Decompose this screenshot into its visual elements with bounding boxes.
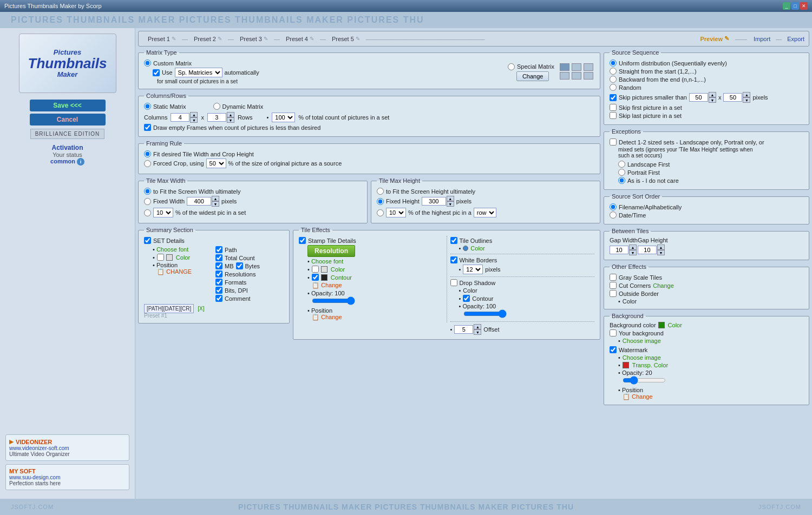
fit-radio[interactable] — [144, 150, 151, 157]
change-matrix-button[interactable]: Change — [516, 71, 549, 81]
skip-y-btns[interactable]: ▲ ▼ — [743, 92, 750, 103]
pct-width-radio[interactable] — [144, 209, 151, 216]
forced-select[interactable]: 50 — [206, 159, 226, 168]
pct-width-select[interactable]: 10 — [153, 208, 173, 217]
fit-screen-height-radio[interactable] — [377, 188, 384, 195]
fixed-width-spin-btns[interactable]: ▲ ▼ — [212, 196, 219, 207]
gap-width-input[interactable] — [610, 246, 628, 254]
preset-tab-1[interactable]: Preset 1 ✎ — [143, 34, 181, 44]
maximize-button[interactable]: □ — [791, 2, 799, 10]
fixed-width-radio[interactable] — [144, 198, 151, 205]
set-details-checkbox[interactable] — [144, 237, 151, 244]
cut-corners-checkbox[interactable] — [610, 282, 617, 289]
bg-color-link[interactable]: Color — [668, 322, 682, 328]
gap-width-down[interactable]: ▼ — [629, 250, 637, 255]
wb-pixels-select[interactable]: 12 — [463, 265, 483, 274]
transp-color-link[interactable]: Transp. Color — [632, 362, 668, 368]
skip-x-up[interactable]: ▲ — [709, 92, 716, 97]
offset-spinner[interactable]: ▲ ▼ — [454, 324, 481, 335]
random-radio[interactable] — [610, 84, 617, 91]
offset-down[interactable]: ▼ — [474, 329, 481, 335]
resolutions-checkbox[interactable] — [215, 270, 222, 278]
rows-down[interactable]: ▼ — [227, 117, 234, 123]
pos-change-link[interactable]: 📋 Change — [312, 314, 342, 320]
dynamic-matrix-radio[interactable] — [213, 103, 220, 110]
columns-spin-btns[interactable]: ▲ ▼ — [190, 112, 198, 123]
rows-spinner[interactable]: ▲ ▼ — [207, 112, 234, 123]
skip-first-checkbox[interactable] — [610, 104, 617, 111]
date-radio[interactable] — [610, 212, 617, 219]
skip-x-btns[interactable]: ▲ ▼ — [709, 92, 716, 103]
filename-radio[interactable] — [610, 203, 617, 210]
skip-x-down[interactable]: ▼ — [709, 97, 716, 103]
preset-tab-5[interactable]: Preset 5 ✎ — [327, 34, 365, 44]
gap-height-input[interactable] — [638, 246, 657, 254]
outlines-color-link[interactable]: Color — [470, 245, 484, 252]
color-checkbox2[interactable] — [312, 266, 319, 273]
preset-tab-4[interactable]: Preset 4 ✎ — [281, 34, 319, 44]
straight-radio[interactable] — [610, 68, 617, 75]
fixed-width-up[interactable]: ▲ — [212, 196, 219, 201]
offset-input[interactable] — [454, 325, 473, 334]
static-matrix-radio[interactable] — [144, 103, 151, 110]
color-link2[interactable]: Color — [331, 266, 345, 273]
rows-up[interactable]: ▲ — [227, 112, 234, 117]
custom-matrix-radio[interactable] — [144, 60, 151, 67]
uniform-radio[interactable] — [610, 60, 617, 67]
fixed-height-spin-btns[interactable]: ▲ ▼ — [447, 196, 454, 207]
path-checkbox[interactable] — [215, 246, 222, 253]
minimize-button[interactable]: _ — [783, 2, 790, 10]
import-link[interactable]: Import — [754, 36, 770, 42]
skip-y-input[interactable] — [723, 93, 742, 102]
use-sp-checkbox[interactable] — [153, 69, 160, 76]
bytes-checkbox[interactable] — [236, 262, 243, 269]
fixed-height-up[interactable]: ▲ — [447, 196, 454, 201]
columns-down[interactable]: ▼ — [190, 117, 198, 123]
gap-width-btns[interactable]: ▲ ▼ — [629, 245, 637, 255]
rows-input[interactable] — [207, 113, 226, 122]
contour-checkbox[interactable] — [312, 274, 319, 281]
watermark-checkbox[interactable] — [610, 346, 617, 353]
offset-spin-btns[interactable]: ▲ ▼ — [474, 324, 481, 335]
fixed-width-down[interactable]: ▼ — [212, 201, 219, 207]
row-select[interactable]: row — [474, 208, 496, 217]
fixed-height-spinner[interactable]: ▲ ▼ — [422, 196, 454, 207]
skip-last-checkbox[interactable] — [610, 112, 617, 119]
white-borders-checkbox[interactable] — [450, 256, 457, 263]
choose-font-link[interactable]: Choose font — [156, 246, 188, 253]
fixed-height-radio[interactable] — [377, 198, 384, 205]
save-button[interactable]: Save <<< — [30, 100, 106, 111]
fixed-width-input[interactable] — [187, 197, 211, 206]
contour-link[interactable]: Contour — [331, 274, 352, 281]
ds-opacity-slider-input[interactable] — [463, 309, 507, 318]
skip-y-down[interactable]: ▼ — [743, 97, 750, 103]
fixed-width-spinner[interactable]: ▲ ▼ — [187, 196, 219, 207]
bg-change-link[interactable]: 📋 Change — [623, 393, 653, 400]
preview-tab[interactable]: Preview ✎ — [695, 34, 734, 44]
change-link[interactable]: 📋 CHANGE — [157, 268, 192, 275]
choose-image-link2[interactable]: Choose image — [623, 354, 661, 361]
gap-width-up[interactable]: ▲ — [629, 245, 637, 250]
cut-corners-change[interactable]: Change — [653, 282, 674, 289]
close-button[interactable]: ✕ — [800, 2, 808, 10]
resolution-button[interactable]: Resolution — [307, 245, 355, 257]
total-count-checkbox[interactable] — [215, 254, 222, 261]
mb-checkbox[interactable] — [215, 262, 222, 269]
choose-font-link2[interactable]: Choose font — [311, 258, 343, 265]
pct-select[interactable]: 100 — [272, 113, 295, 122]
outside-border-checkbox[interactable] — [610, 290, 617, 297]
backward-radio[interactable] — [610, 76, 617, 83]
skip-y-up[interactable]: ▲ — [743, 92, 750, 97]
preset-tab-2[interactable]: Preset 2 ✎ — [189, 34, 227, 44]
gray-scale-checkbox[interactable] — [610, 274, 617, 281]
special-matrix-radio[interactable] — [508, 63, 515, 70]
ds-contour-checkbox[interactable] — [463, 295, 470, 302]
sp-matrices-select[interactable]: Sp. Matricies — [175, 68, 222, 77]
skip-y-spinner[interactable]: ▲ ▼ — [723, 92, 750, 103]
opacity-slider-input[interactable] — [312, 296, 355, 305]
fixed-height-input[interactable] — [422, 197, 446, 206]
gap-height-up[interactable]: ▲ — [657, 245, 665, 250]
offset-up[interactable]: ▲ — [474, 324, 481, 329]
bg-opacity-slider-input[interactable] — [623, 376, 666, 385]
drop-shadow-checkbox[interactable] — [450, 279, 457, 286]
